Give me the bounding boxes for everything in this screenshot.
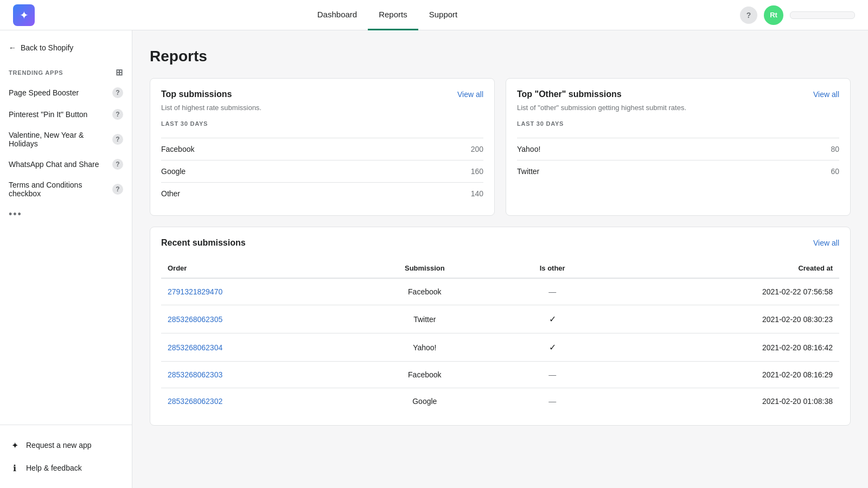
created-at-value: 2021-02-20 08:16:29	[606, 362, 839, 388]
top-other-subtitle: List of "other" submission getting highe…	[517, 104, 839, 112]
table-header-row: Order Submission Is other Created at	[161, 259, 839, 278]
top-other-row-0: Yahoo! 80	[517, 138, 839, 160]
top-submissions-card: Top submissions View all List of highest…	[150, 78, 495, 216]
dash-icon: —	[548, 397, 556, 406]
is-other-value: ✓	[499, 305, 606, 333]
info-icon-page-speed[interactable]: ?	[112, 87, 123, 98]
col-order: Order	[161, 259, 351, 278]
order-link[interactable]: 2791321829470	[161, 278, 351, 305]
is-other-value: —	[499, 388, 606, 415]
submission-value: Twitter	[351, 305, 499, 333]
request-new-app[interactable]: ✦ Request a new app	[0, 434, 132, 457]
more-items[interactable]: •••	[0, 203, 132, 226]
top-other-title: Top "Other" submissions	[517, 89, 622, 99]
top-submissions-row-2: Other 140	[161, 182, 483, 204]
recent-submissions-view-all[interactable]: View all	[813, 239, 839, 247]
top-cards-row: Top submissions View all List of highest…	[150, 78, 851, 216]
submission-value: Facebook	[351, 278, 499, 305]
back-to-shopify[interactable]: ← Back to Shopify	[0, 39, 132, 56]
col-is-other: Is other	[499, 259, 606, 278]
is-other-value: ✓	[499, 333, 606, 362]
dash-icon: —	[548, 370, 556, 379]
table-row: 2853268062303Facebook—2021-02-20 08:16:2…	[161, 362, 839, 388]
order-link[interactable]: 2853268062305	[161, 305, 351, 333]
order-link[interactable]: 2853268062302	[161, 388, 351, 415]
help-button[interactable]: ?	[740, 7, 757, 24]
submission-value: Google	[351, 388, 499, 415]
info-icon-whatsapp[interactable]: ?	[112, 159, 123, 170]
col-created-at: Created at	[606, 259, 839, 278]
help-feedback-icon: ℹ	[9, 462, 21, 474]
top-submissions-header: Top submissions View all	[161, 89, 483, 99]
info-icon-valentine[interactable]: ?	[112, 134, 123, 145]
top-other-submissions-card: Top "Other" submissions View all List of…	[506, 78, 851, 216]
help-feedback[interactable]: ℹ Help & feedback	[0, 457, 132, 479]
top-other-header: Top "Other" submissions View all	[517, 89, 839, 99]
nav-dashboard[interactable]: Dashboard	[307, 0, 368, 30]
page-title: Reports	[150, 48, 851, 65]
table-row: 2853268062304Yahoo!✓2021-02-20 08:16:42	[161, 333, 839, 362]
created-at-value: 2021-02-20 01:08:38	[606, 388, 839, 415]
trending-apps-label: TRENDING APPS ⊞	[0, 65, 132, 82]
sidebar-item-valentine[interactable]: Valentine, New Year & Holidays ?	[0, 125, 132, 153]
col-submission: Submission	[351, 259, 499, 278]
sidebar-item-label: Terms and Conditions checkbox	[9, 181, 112, 198]
info-icon-pinterest[interactable]: ?	[112, 109, 123, 120]
sidebar: ← Back to Shopify TRENDING APPS ⊞ Page S…	[0, 30, 132, 488]
check-icon: ✓	[549, 343, 556, 352]
recent-submissions-table: Order Submission Is other Created at 279…	[161, 259, 839, 414]
order-link[interactable]: 2853268062303	[161, 362, 351, 388]
back-arrow-icon: ←	[9, 43, 16, 52]
sidebar-item-label: Page Speed Booster	[9, 88, 79, 97]
top-submissions-title: Top submissions	[161, 89, 232, 99]
is-other-value: —	[499, 362, 606, 388]
grid-icon[interactable]: ⊞	[116, 67, 123, 78]
top-submissions-period: LAST 30 DAYS	[161, 120, 483, 131]
sidebar-item-label: Pinterest "Pin It" Button	[9, 110, 87, 119]
top-submissions-view-all[interactable]: View all	[457, 90, 483, 99]
request-icon: ✦	[9, 439, 21, 451]
nav-links: Dashboard Reports Support	[35, 0, 740, 30]
sidebar-item-pinterest[interactable]: Pinterest "Pin It" Button ?	[0, 104, 132, 125]
order-link[interactable]: 2853268062304	[161, 333, 351, 362]
main-content: Reports Top submissions View all List of…	[132, 30, 868, 488]
recent-submissions-card: Recent submissions View all Order Submis…	[150, 227, 851, 426]
table-row: 2791321829470Facebook—2021-02-22 07:56:5…	[161, 278, 839, 305]
sidebar-bottom: ✦ Request a new app ℹ Help & feedback	[0, 425, 132, 479]
top-other-view-all[interactable]: View all	[813, 90, 839, 99]
table-row: 2853268062302Google—2021-02-20 01:08:38	[161, 388, 839, 415]
is-other-value: —	[499, 278, 606, 305]
avatar[interactable]: Rt	[764, 5, 783, 25]
info-icon-terms[interactable]: ?	[112, 184, 123, 195]
sidebar-item-terms[interactable]: Terms and Conditions checkbox ?	[0, 175, 132, 203]
store-name[interactable]	[790, 11, 855, 19]
sidebar-item-label: WhatsApp Chat and Share	[9, 160, 99, 169]
top-other-period: LAST 30 DAYS	[517, 120, 839, 131]
created-at-value: 2021-02-20 08:30:23	[606, 305, 839, 333]
dash-icon: —	[548, 287, 556, 296]
app-icon: ✦	[13, 4, 35, 26]
top-other-row-1: Twitter 60	[517, 160, 839, 182]
nav-reports[interactable]: Reports	[368, 0, 418, 30]
created-at-value: 2021-02-22 07:56:58	[606, 278, 839, 305]
top-submissions-row-0: Facebook 200	[161, 138, 483, 160]
table-row: 2853268062305Twitter✓2021-02-20 08:30:23	[161, 305, 839, 333]
recent-submissions-header: Recent submissions View all	[161, 238, 839, 248]
sidebar-item-whatsapp[interactable]: WhatsApp Chat and Share ?	[0, 153, 132, 175]
top-submissions-subtitle: List of highest rate submissions.	[161, 104, 483, 112]
sidebar-item-page-speed-booster[interactable]: Page Speed Booster ?	[0, 82, 132, 104]
check-icon: ✓	[549, 314, 556, 324]
sidebar-item-label: Valentine, New Year & Holidays	[9, 131, 112, 148]
submission-value: Facebook	[351, 362, 499, 388]
created-at-value: 2021-02-20 08:16:42	[606, 333, 839, 362]
top-submissions-row-1: Google 160	[161, 160, 483, 182]
top-navigation: ✦ Dashboard Reports Support ? Rt	[0, 0, 868, 30]
nav-support[interactable]: Support	[418, 0, 469, 30]
recent-submissions-title: Recent submissions	[161, 238, 246, 248]
submission-value: Yahoo!	[351, 333, 499, 362]
